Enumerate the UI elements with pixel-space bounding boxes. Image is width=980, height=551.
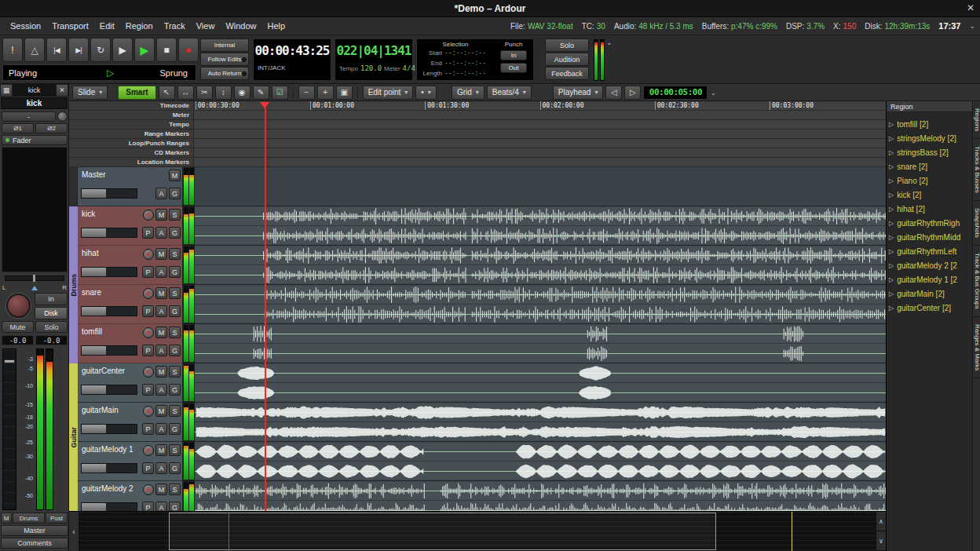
nudge-clock[interactable]: 00:00:05:00	[643, 86, 708, 100]
stop-button[interactable]: ■	[156, 38, 177, 62]
track-header-kick[interactable]: kickMSPAG	[78, 206, 183, 246]
strip-tab[interactable]: kick	[13, 84, 56, 97]
selection-row-value[interactable]: --:--:--:--	[444, 49, 486, 57]
ruler-row-range-markers[interactable]: Range Markers	[69, 130, 886, 139]
track-header-snare[interactable]: snareMSPAG	[78, 285, 183, 324]
menu-region[interactable]: Region	[120, 21, 159, 31]
ruler-lane-location-markers[interactable]	[193, 158, 886, 166]
goto-end-button[interactable]: ▶|	[68, 38, 89, 62]
region-list-item[interactable]: ▷stringsBass [2]	[887, 145, 972, 159]
sync-option-auto-return[interactable]: Auto Return	[200, 67, 249, 80]
track-waveform-canvas[interactable]	[195, 285, 886, 324]
shuttle-marker-icon[interactable]: ▷	[107, 68, 114, 78]
ruler-row-meter[interactable]: Meter	[69, 111, 886, 120]
record-enable-button[interactable]	[143, 484, 154, 495]
automation-button[interactable]: A	[155, 462, 167, 474]
secondary-clock[interactable]: 022|04|1341 Tempo 120.0 Meter 4/4	[335, 38, 413, 81]
summary-scroll-down-button[interactable]: ∨	[876, 531, 886, 551]
nudge-forward-button[interactable]: ▷	[624, 86, 641, 100]
gain-fader[interactable]	[2, 348, 16, 510]
playlist-button[interactable]: P	[142, 502, 154, 511]
region-list-item[interactable]: ▷kick [2]	[887, 188, 972, 202]
mute-button[interactable]: M	[155, 248, 167, 260]
pan-handle[interactable]	[33, 275, 35, 282]
summary-scroll-left-button[interactable]: ‹	[69, 512, 79, 551]
nudge-back-button[interactable]: ◁	[605, 86, 622, 100]
region-list-item[interactable]: ▷stringsMelody [2]	[887, 131, 972, 145]
automation-button[interactable]: A	[155, 502, 167, 511]
ruler-lane-loop-punch-ranges[interactable]	[193, 139, 886, 148]
group-strip-guitar[interactable]: Guitar	[69, 363, 78, 511]
ruler-lane-meter[interactable]	[193, 111, 886, 119]
sync-option-follow-edits[interactable]: Follow Edits	[200, 53, 249, 66]
sidebar-tab-regions[interactable]: Regions	[973, 101, 980, 139]
ruler-row-location-markers[interactable]: Location Markers	[69, 158, 886, 167]
mute-button[interactable]: M	[155, 444, 167, 456]
expander-icon[interactable]: ▷	[889, 234, 894, 241]
playhead-marker-icon[interactable]	[260, 102, 269, 113]
track-fader[interactable]	[81, 463, 137, 473]
track-header-guitarmelody-1[interactable]: guitarMelody 1MSPAG	[78, 442, 183, 481]
playlist-button[interactable]: P	[142, 305, 154, 317]
group-button[interactable]: G	[169, 345, 181, 356]
record-enable-button[interactable]	[143, 445, 154, 456]
playhead-line[interactable]	[265, 103, 266, 511]
record-enable-button[interactable]	[6, 294, 31, 318]
trim-knob[interactable]	[57, 111, 68, 122]
region-list-item[interactable]: ▷snare [2]	[887, 159, 972, 173]
region-list-item[interactable]: ▷tomfill [2]	[887, 117, 972, 131]
selection-row-value[interactable]: --:--:--:--	[444, 70, 486, 77]
playlist-button[interactable]: P	[142, 423, 154, 435]
ruler-lane-range-markers[interactable]	[193, 130, 886, 138]
input-button[interactable]: -	[2, 111, 56, 122]
track-waveform-canvas[interactable]	[195, 324, 886, 363]
grid-unit-dropdown[interactable]: Beats/4 ▾	[487, 86, 532, 100]
play-selection-button[interactable]: ▶	[112, 38, 133, 62]
group-button[interactable]: G	[169, 384, 181, 396]
primary-clock[interactable]: 00:00:43:25 INT/JACK	[253, 38, 331, 81]
smart-mode-button[interactable]: Smart	[118, 86, 155, 100]
pan-control[interactable]: L R	[2, 274, 68, 291]
track-waveform-canvas[interactable]	[195, 442, 886, 481]
playlist-button[interactable]: P	[142, 462, 154, 474]
track-header-guitarmelody-2[interactable]: guitarMelody 2MSPAG	[78, 481, 183, 511]
playlist-button[interactable]: P	[142, 345, 154, 356]
solo-button[interactable]: Solo	[35, 321, 68, 333]
bbt-display[interactable]: 022|04|1341	[335, 43, 412, 58]
grab-tool-icon[interactable]: ↖	[159, 86, 175, 100]
strip-tab-drums[interactable]: Drums	[13, 513, 45, 524]
ruler-row-loop-punch-ranges[interactable]: Loop/Punch Ranges	[69, 139, 886, 148]
track-waveform-canvas[interactable]	[195, 167, 886, 206]
expander-icon[interactable]: ▷	[889, 220, 894, 227]
menu-session[interactable]: Session	[5, 21, 46, 31]
group-strip-drums[interactable]: Drums	[69, 206, 78, 363]
master-strip-button[interactable]: Master	[1, 525, 68, 536]
automation-button[interactable]: A	[155, 305, 167, 317]
stretch-tool-icon[interactable]: ↕	[215, 86, 232, 100]
record-enable-button[interactable]	[143, 210, 154, 221]
strip-view-icon[interactable]: ▦	[0, 84, 13, 97]
automation-button[interactable]: A	[155, 188, 167, 199]
selection-row-value[interactable]: --:--:--:--	[444, 60, 486, 67]
sync-option-internal[interactable]: Internal	[200, 38, 249, 52]
strip-name-plate[interactable]: kick	[1, 97, 68, 109]
region-list-item[interactable]: ▷guitarRhythmRigh	[887, 216, 972, 230]
track-header-master[interactable]: MasterMAG	[78, 167, 183, 206]
group-button[interactable]: G	[169, 462, 181, 474]
gain-display[interactable]: -0.0	[2, 335, 34, 345]
phase-1-button[interactable]: Ø1	[2, 123, 34, 133]
record-enable-button[interactable]	[143, 367, 154, 378]
fader-automation-button[interactable]: Fader	[2, 135, 68, 145]
fader-handle[interactable]	[4, 359, 15, 363]
tempo-value[interactable]: 120.0	[360, 64, 382, 72]
ruler-row-timecode[interactable]: Timecode00:00:30:0000:01:00:0000:01:30:0…	[69, 101, 886, 111]
region-list-item[interactable]: ▷guitarRhythmMidd	[887, 230, 972, 244]
record-enable-button[interactable]	[143, 327, 154, 338]
record-button[interactable]: ●	[178, 38, 199, 62]
play-button[interactable]: ▶	[134, 38, 155, 62]
audition-tool-icon[interactable]: ◉	[234, 86, 250, 100]
region-list-item[interactable]: ▷guitarCenter [2]	[887, 301, 972, 315]
ruler-row-tempo[interactable]: Tempo	[69, 120, 886, 130]
goto-start-button[interactable]: |◀	[46, 38, 67, 62]
expander-icon[interactable]: ▷	[889, 248, 894, 255]
